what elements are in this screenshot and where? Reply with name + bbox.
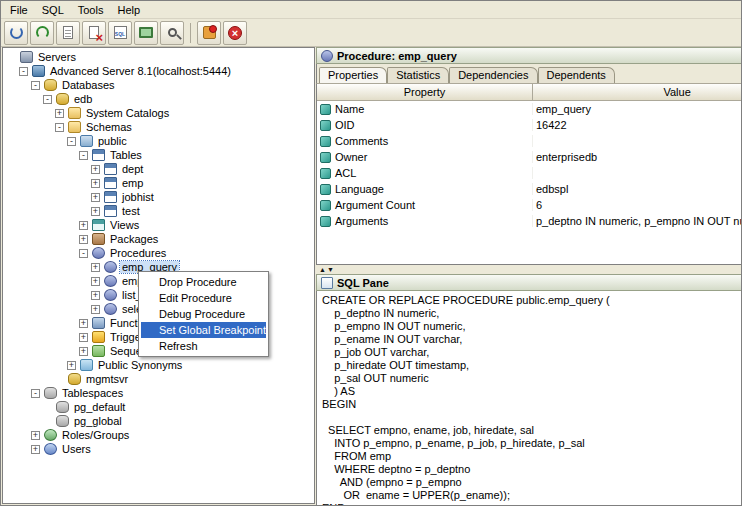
tab-properties[interactable]: Properties <box>319 67 387 83</box>
database-icon <box>56 93 69 105</box>
synonyms-icon <box>80 359 93 371</box>
expand-plus-icon[interactable]: + <box>31 445 40 454</box>
property-row-comments[interactable]: Comments <box>317 133 742 149</box>
tree-item-label: emp <box>120 177 145 189</box>
drop-object-button[interactable] <box>82 21 106 45</box>
collapse-minus-icon[interactable]: - <box>31 81 40 90</box>
collapse-minus-icon[interactable]: - <box>79 249 88 258</box>
property-icon <box>320 120 331 131</box>
collapse-minus-icon[interactable]: - <box>67 137 76 146</box>
menu-tools[interactable]: Tools <box>71 2 111 18</box>
expand-plus-icon[interactable]: + <box>79 235 88 244</box>
tree-item-public[interactable]: -public <box>3 134 314 148</box>
context-menu-item-debug-procedure[interactable]: Debug Procedure <box>141 306 266 322</box>
tree-item-test[interactable]: +test <box>3 204 314 218</box>
context-menu-item-refresh[interactable]: Refresh <box>141 338 266 354</box>
sql-query-button[interactable] <box>108 21 132 45</box>
property-icon <box>320 104 331 115</box>
tree-item-advanced-server-8-1-localhost-5444[interactable]: -Advanced Server 8.1(localhost:5444) <box>3 64 314 78</box>
sql-pane-title: SQL Pane <box>337 277 389 289</box>
tab-statistics[interactable]: Statistics <box>387 67 449 83</box>
property-icon <box>320 216 331 227</box>
expand-plus-icon[interactable]: + <box>91 165 100 174</box>
tree-item-procedures[interactable]: -Procedures <box>3 246 314 260</box>
tree-item-label: Databases <box>60 79 117 91</box>
property-row-owner[interactable]: Ownerenterprisedb <box>317 149 742 165</box>
property-row-acl[interactable]: ACL <box>317 165 742 181</box>
cancel-button[interactable] <box>223 21 247 45</box>
collapse-minus-icon[interactable]: - <box>19 67 28 76</box>
tree-item-schemas[interactable]: -Schemas <box>3 120 314 134</box>
expand-plus-icon[interactable]: + <box>67 361 76 370</box>
expand-plus-icon[interactable]: + <box>91 179 100 188</box>
tree-item-label: Public Synonyms <box>96 359 184 371</box>
expand-plus-icon[interactable]: + <box>91 207 100 216</box>
property-row-name[interactable]: Nameemp_query <box>317 101 742 117</box>
tree-item-system-catalogs[interactable]: +System Catalogs <box>3 106 314 120</box>
expand-plus-icon[interactable]: + <box>31 431 40 440</box>
properties-icon <box>63 26 73 39</box>
tree-item-label: Servers <box>36 51 78 63</box>
properties-button[interactable] <box>56 21 80 45</box>
expand-plus-icon[interactable]: + <box>91 277 100 286</box>
context-menu-item-set-global-breakpoint[interactable]: Set Global Breakpoint <box>141 322 266 338</box>
menu-help[interactable]: Help <box>110 2 147 18</box>
pane-splitter[interactable]: ▲▼ <box>316 265 742 274</box>
menu-sql[interactable]: SQL <box>35 2 71 18</box>
sql-body: CREATE OR REPLACE PROCEDURE public.emp_q… <box>316 291 742 506</box>
tree-item-public-synonyms[interactable]: +Public Synonyms <box>3 358 314 372</box>
expand-plus-icon[interactable]: + <box>79 319 88 328</box>
tree-item-servers[interactable]: Servers <box>3 50 314 64</box>
tab-dependents[interactable]: Dependents <box>538 67 615 83</box>
expand-plus-icon[interactable]: + <box>91 291 100 300</box>
tree-item-tablespaces[interactable]: -Tablespaces <box>3 386 314 400</box>
property-row-oid[interactable]: OID16422 <box>317 117 742 133</box>
property-row-language[interactable]: Languageedbspl <box>317 181 742 197</box>
tree-item-dept[interactable]: +dept <box>3 162 314 176</box>
tree-item-edb[interactable]: -edb <box>3 92 314 106</box>
collapse-minus-icon[interactable]: - <box>55 123 64 132</box>
catalogs-icon <box>68 107 81 119</box>
tree-item-roles-groups[interactable]: +Roles/Groups <box>3 428 314 442</box>
server-icon <box>32 65 45 77</box>
database-icon <box>68 373 81 385</box>
context-menu-item-edit-procedure[interactable]: Edit Procedure <box>141 290 266 306</box>
value-column-header[interactable]: Value <box>533 84 742 101</box>
tree-item-views[interactable]: +Views <box>3 218 314 232</box>
tree-item-databases[interactable]: -Databases <box>3 78 314 92</box>
tree-item-users[interactable]: +Users <box>3 442 314 456</box>
tab-dependencies[interactable]: Dependencies <box>449 67 537 83</box>
property-row-arguments[interactable]: Argumentsp_deptno IN numeric, p_empno IN… <box>317 213 742 229</box>
expand-plus-icon[interactable]: + <box>79 221 88 230</box>
tree-item-mgmtsvr[interactable]: mgmtsvr <box>3 372 314 386</box>
collapse-minus-icon[interactable]: - <box>31 389 40 398</box>
tree-item-emp[interactable]: +emp <box>3 176 314 190</box>
expand-plus-icon[interactable]: + <box>91 305 100 314</box>
filter-data-button[interactable] <box>160 21 184 45</box>
collapse-minus-icon[interactable]: - <box>43 95 52 104</box>
property-column-header[interactable]: Property <box>317 84 533 101</box>
tree-item-packages[interactable]: +Packages <box>3 232 314 246</box>
tree-item-tables[interactable]: -Tables <box>3 148 314 162</box>
tree-item-pg-global[interactable]: pg_global <box>3 414 314 428</box>
table-icon <box>104 163 117 175</box>
expand-plus-icon[interactable]: + <box>55 109 64 118</box>
refresh-button[interactable] <box>4 21 28 45</box>
context-menu-item-drop-procedure[interactable]: Drop Procedure <box>141 274 266 290</box>
property-row-argument-count[interactable]: Argument Count6 <box>317 197 742 213</box>
view-data-button[interactable] <box>134 21 158 45</box>
collapse-minus-icon[interactable]: - <box>79 151 88 160</box>
debug-button[interactable] <box>197 21 221 45</box>
tree-item-jobhist[interactable]: +jobhist <box>3 190 314 204</box>
property-icon <box>320 184 331 195</box>
expand-plus-icon[interactable]: + <box>79 347 88 356</box>
menu-file[interactable]: File <box>3 2 35 18</box>
collapse-expand-arrows-icon[interactable]: ▲▼ <box>319 265 335 274</box>
property-icon <box>320 200 331 211</box>
connect-button[interactable] <box>30 21 54 45</box>
expand-plus-icon[interactable]: + <box>79 333 88 342</box>
expand-plus-icon[interactable]: + <box>91 193 100 202</box>
tree-item-label: jobhist <box>120 191 156 203</box>
expand-plus-icon[interactable]: + <box>91 263 100 272</box>
tree-item-pg-default[interactable]: pg_default <box>3 400 314 414</box>
